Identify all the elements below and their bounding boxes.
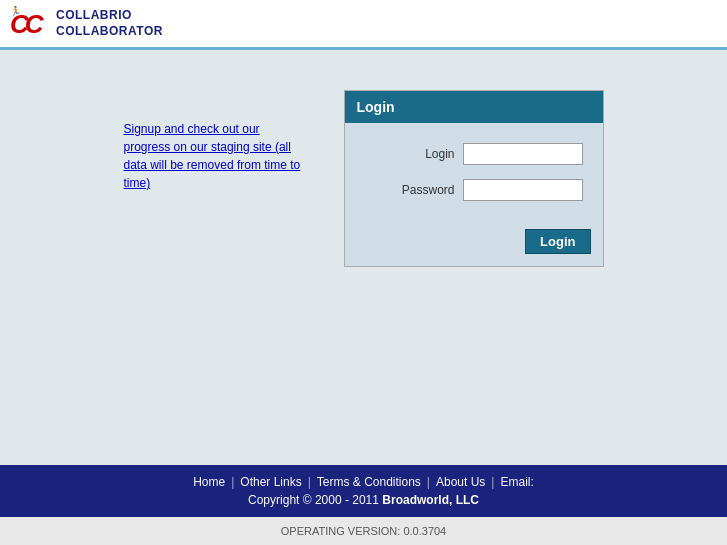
- login-label: Login: [390, 147, 455, 161]
- signup-area: Signup and check out our progress on our…: [124, 120, 304, 192]
- logo-line2: Collaborator: [56, 24, 163, 40]
- password-input[interactable]: [463, 179, 583, 201]
- logo-icon: 🏃 CC: [10, 6, 52, 42]
- login-box-body: Login Password: [345, 123, 603, 221]
- below-footer: OPERATING VERSION: 0.0.3704: [0, 517, 727, 545]
- header: 🏃 CC Collabrio Collaborator: [0, 0, 727, 50]
- logo-line1: Collabrio: [56, 8, 163, 24]
- login-box-footer: Login: [345, 221, 603, 266]
- password-label: Password: [390, 183, 455, 197]
- footer-link-other[interactable]: Other Links: [240, 475, 301, 489]
- company-name: Broadworld, LLC: [382, 493, 479, 507]
- signup-link[interactable]: Signup and check out our progress on our…: [124, 122, 301, 190]
- password-field-row: Password: [365, 179, 583, 201]
- login-input[interactable]: [463, 143, 583, 165]
- login-box: Login Login Password Login: [344, 90, 604, 267]
- footer-sep-2: |: [308, 475, 311, 489]
- login-button[interactable]: Login: [525, 229, 590, 254]
- footer-sep-3: |: [427, 475, 430, 489]
- footer: Home | Other Links | Terms & Conditions …: [0, 465, 727, 517]
- login-field-row: Login: [365, 143, 583, 165]
- footer-links: Home | Other Links | Terms & Conditions …: [0, 475, 727, 489]
- footer-copyright: Copyright © 2000 - 2011 Broadworld, LLC: [0, 493, 727, 507]
- logo-area: 🏃 CC Collabrio Collaborator: [10, 6, 163, 42]
- main-content: Signup and check out our progress on our…: [0, 50, 727, 465]
- footer-sep-1: |: [231, 475, 234, 489]
- login-box-title: Login: [357, 99, 395, 115]
- footer-link-about[interactable]: About Us: [436, 475, 485, 489]
- footer-link-home[interactable]: Home: [193, 475, 225, 489]
- copyright-text: Copyright © 2000 - 2011: [248, 493, 379, 507]
- version-text: OPERATING VERSION: 0.0.3704: [281, 525, 446, 537]
- footer-link-email[interactable]: Email:: [500, 475, 533, 489]
- tiny-figure-icon: 🏃: [10, 6, 21, 16]
- logo-text: Collabrio Collaborator: [56, 8, 163, 39]
- login-box-header: Login: [345, 91, 603, 123]
- footer-sep-4: |: [491, 475, 494, 489]
- footer-link-terms[interactable]: Terms & Conditions: [317, 475, 421, 489]
